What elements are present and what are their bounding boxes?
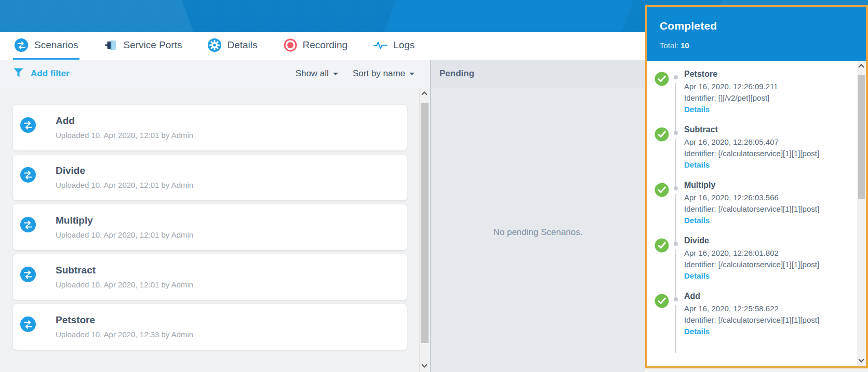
swap-icon xyxy=(20,217,36,235)
completed-item-timestamp: Apr 16, 2020, 12:26:05.407 xyxy=(684,137,853,146)
scenario-list: Add Uploaded 10. Apr 2020, 12:01 by Admi… xyxy=(0,88,419,372)
scroll-down-icon[interactable] xyxy=(421,362,427,367)
completed-scrollbar[interactable] xyxy=(857,61,866,366)
scenario-card[interactable]: Divide Uploaded 10. Apr 2020, 12:01 by A… xyxy=(13,155,407,200)
tab-scenarios[interactable]: Scenarios xyxy=(13,32,79,60)
scrollbar-thumb[interactable] xyxy=(421,103,429,343)
completed-item-identifier: Identifier: [/calculatorservice][1][1][p… xyxy=(684,315,853,324)
swap-icon xyxy=(20,167,36,185)
completed-item-title: Subtract xyxy=(684,125,853,134)
add-filter-label: Add filter xyxy=(31,68,70,79)
gear-icon xyxy=(208,38,221,52)
tab-service-ports[interactable]: Service Ports xyxy=(103,32,183,60)
swap-icon xyxy=(14,38,29,52)
scenario-card[interactable]: Petstore Uploaded 10. Apr 2020, 12:33 by… xyxy=(13,304,407,350)
pending-body: No pending Scenarios. xyxy=(431,88,645,372)
scenario-title: Divide xyxy=(56,165,407,176)
scenario-title: Multiply xyxy=(56,215,407,226)
completed-item: Add Apr 16, 2020, 12:25:58.622 Identifie… xyxy=(647,292,853,347)
filter-controls: Show all Sort by name xyxy=(296,68,415,79)
funnel-icon xyxy=(13,67,24,81)
completed-total-value: 10 xyxy=(680,41,689,50)
completed-item-title: Divide xyxy=(684,236,853,245)
swap-icon xyxy=(20,117,36,135)
details-link[interactable]: Details xyxy=(684,216,710,225)
scenario-title: Subtract xyxy=(56,265,407,276)
swap-icon xyxy=(20,316,36,334)
scenario-subtitle: Uploaded 10. Apr 2020, 12:33 by Admin xyxy=(56,330,407,339)
completed-title: Completed xyxy=(660,20,866,32)
timeline-dot xyxy=(674,242,678,246)
port-icon xyxy=(104,38,118,52)
completed-item-identifier: Identifier: [][/v2/pet][post] xyxy=(684,93,853,102)
waveform-icon xyxy=(373,41,388,50)
tab-label: Scenarios xyxy=(34,39,78,51)
check-circle-icon xyxy=(655,127,669,144)
scenario-list-scrollbar[interactable] xyxy=(419,88,430,372)
completed-total-label: Total: xyxy=(660,41,678,50)
scenario-subtitle: Uploaded 10. Apr 2020, 12:01 by Admin xyxy=(56,181,407,189)
chevron-down-icon xyxy=(333,73,338,78)
timeline-dot xyxy=(674,186,678,190)
timeline-dot xyxy=(674,297,678,301)
swap-icon xyxy=(20,267,36,284)
scroll-down-icon[interactable] xyxy=(858,356,864,362)
completed-item-identifier: Identifier: [/calculatorservice][1][1][p… xyxy=(684,260,853,269)
scroll-up-icon[interactable] xyxy=(421,91,427,97)
scenario-card[interactable]: Subtract Uploaded 10. Apr 2020, 12:01 by… xyxy=(13,254,407,300)
completed-header: Completed Total: 10 xyxy=(647,7,866,61)
completed-item: Subtract Apr 16, 2020, 12:26:05.407 Iden… xyxy=(647,125,853,181)
tab-logs[interactable]: Logs xyxy=(372,32,416,60)
filter-bar: Add filter Show all Sort by name xyxy=(0,60,430,88)
completed-item-timestamp: Apr 16, 2020, 12:26:01.802 xyxy=(684,249,853,257)
add-filter-button[interactable]: Add filter xyxy=(13,67,70,81)
details-link[interactable]: Details xyxy=(684,160,710,169)
completed-item-timestamp: Apr 16, 2020, 12:26:03.566 xyxy=(684,193,853,202)
show-all-dropdown[interactable]: Show all xyxy=(296,68,338,79)
check-circle-icon xyxy=(655,238,669,255)
tab-label: Recording xyxy=(303,39,348,51)
timeline-line xyxy=(675,83,676,131)
tab-recording[interactable]: Recording xyxy=(283,32,349,60)
completed-total: Total: 10 xyxy=(660,41,866,50)
sort-by-dropdown[interactable]: Sort by name xyxy=(353,68,415,79)
completed-item-timestamp: Apr 16, 2020, 12:25:58.622 xyxy=(684,304,853,313)
tab-label: Service Ports xyxy=(124,39,182,51)
completed-item-identifier: Identifier: [/calculatorservice][1][1][p… xyxy=(684,149,853,158)
scenario-subtitle: Uploaded 10. Apr 2020, 12:01 by Admin xyxy=(56,230,407,239)
completed-item: Petstore Apr 16, 2020, 12:26:09.211 Iden… xyxy=(647,70,853,125)
scenario-card[interactable]: Add Uploaded 10. Apr 2020, 12:01 by Admi… xyxy=(13,105,407,150)
timeline-line xyxy=(675,250,676,297)
details-link[interactable]: Details xyxy=(684,327,710,336)
scroll-up-icon[interactable] xyxy=(858,64,864,70)
check-circle-icon xyxy=(655,294,669,310)
scenario-subtitle: Uploaded 10. Apr 2020, 12:01 by Admin xyxy=(56,280,407,289)
chevron-down-icon xyxy=(409,73,415,78)
check-circle-icon xyxy=(655,72,669,88)
timeline-dot xyxy=(674,131,678,135)
show-all-label: Show all xyxy=(296,68,329,79)
tab-label: Logs xyxy=(393,39,415,51)
completed-item-timestamp: Apr 16, 2020, 12:26:09.211 xyxy=(684,82,853,91)
record-icon xyxy=(284,38,297,52)
pending-empty-message: No pending Scenarios. xyxy=(431,227,645,238)
scenario-card[interactable]: Multiply Uploaded 10. Apr 2020, 12:01 by… xyxy=(13,204,407,250)
completed-list: Petstore Apr 16, 2020, 12:26:09.211 Iden… xyxy=(647,61,866,366)
completed-item-title: Petstore xyxy=(684,70,853,79)
details-link[interactable]: Details xyxy=(684,271,710,280)
completed-item-identifier: Identifier: [/calculatorservice][1][1][p… xyxy=(684,204,853,213)
pending-column: Pending No pending Scenarios. xyxy=(430,60,645,372)
scrollbar-thumb[interactable] xyxy=(858,75,865,199)
check-circle-icon xyxy=(655,183,669,199)
completed-item-title: Add xyxy=(684,292,853,301)
timeline-line xyxy=(675,305,676,353)
tab-details[interactable]: Details xyxy=(207,32,258,60)
tab-label: Details xyxy=(227,39,257,51)
details-link[interactable]: Details xyxy=(684,105,710,114)
completed-item-title: Multiply xyxy=(684,181,853,190)
completed-panel: Completed Total: 10 Petstore Apr 16, 202… xyxy=(645,5,868,368)
timeline-dot xyxy=(674,75,678,79)
timeline-line xyxy=(675,194,676,242)
completed-item: Divide Apr 16, 2020, 12:26:01.802 Identi… xyxy=(647,236,853,292)
pending-header: Pending xyxy=(431,60,645,88)
